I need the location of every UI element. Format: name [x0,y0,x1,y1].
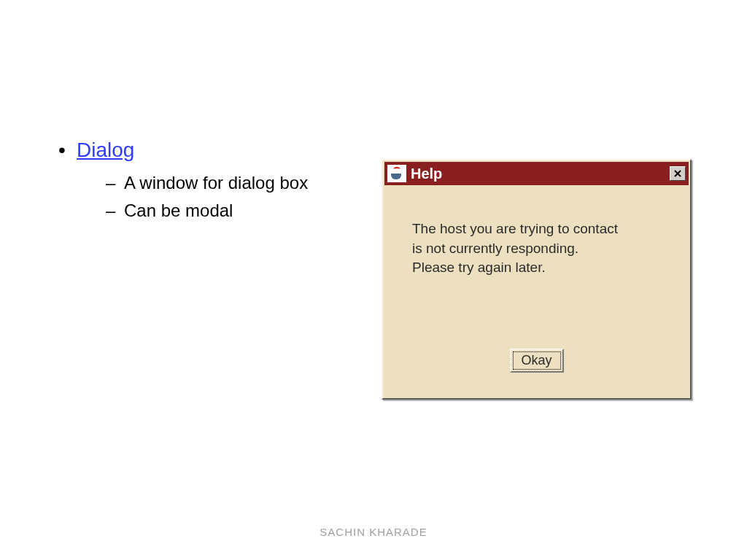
close-icon [673,169,682,178]
java-icon [387,165,406,182]
dialog-link[interactable]: Dialog [77,139,134,161]
dialog-message: The host you are trying to contact is no… [412,219,668,278]
message-line-2: is not currently responding. [412,239,668,259]
okay-button[interactable]: Okay [509,349,563,373]
message-line-3: Please try again later. [412,258,668,278]
message-line-1: The host you are trying to contact [412,219,668,239]
dialog-body: The host you are trying to contact is no… [383,187,690,278]
close-button[interactable] [670,166,686,181]
dialog-title-bar: Help [384,162,689,185]
help-dialog-window: Help The host you are trying to contact … [382,159,692,400]
footer-author: SACHIN KHARADE [320,526,427,538]
dialog-title: Help [411,166,670,182]
